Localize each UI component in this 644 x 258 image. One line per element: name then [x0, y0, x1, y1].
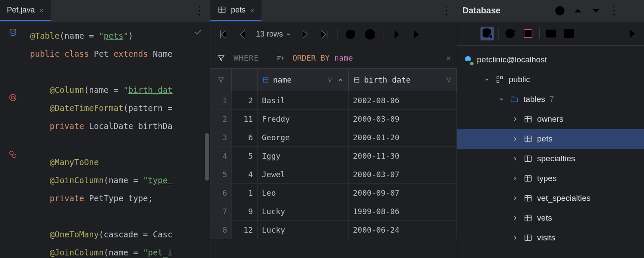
database-icon[interactable] — [8, 28, 18, 37]
tab-pets-data[interactable]: pets × — [210, 0, 261, 21]
cell-id[interactable]: 5 — [232, 147, 258, 165]
cell-birth-date[interactable]: 1999-08-06 — [349, 202, 457, 220]
datasource-props-icon[interactable] — [480, 27, 494, 40]
table-row[interactable]: 12Basil2002-08-06 — [210, 91, 457, 110]
svg-rect-29 — [525, 156, 532, 161]
clear-filter-icon[interactable]: × — [446, 53, 451, 62]
cell-id[interactable]: 4 — [232, 165, 258, 183]
target-icon[interactable] — [553, 4, 567, 18]
cell-id[interactable]: 2 — [232, 91, 258, 109]
data-nav-toolbar: 13 rows — [210, 22, 457, 47]
first-page-icon[interactable] — [216, 28, 230, 41]
cell-id[interactable]: 12 — [232, 221, 258, 239]
table-node-visits[interactable]: visits — [457, 228, 644, 248]
code-editor[interactable]: @Table(name = "pets") public class Pet e… — [0, 22, 210, 258]
collapse-down-icon[interactable] — [589, 4, 603, 18]
column-birth-date[interactable]: birth_date — [349, 69, 457, 91]
column-id[interactable] — [232, 69, 258, 91]
schema-node[interactable]: public — [457, 70, 644, 89]
expand-up-icon[interactable] — [571, 4, 585, 18]
scrollbar-thumb[interactable] — [205, 133, 209, 181]
column-name[interactable]: name — [258, 69, 349, 91]
row-count[interactable]: 13 rows — [256, 30, 292, 39]
cell-id[interactable]: 1 — [232, 184, 258, 202]
schema-icon — [495, 75, 504, 84]
code-content[interactable]: @Table(name = "pets") public class Pet e… — [26, 22, 210, 258]
tab-pet-java[interactable]: Pet.java × — [0, 0, 51, 21]
cell-birth-date[interactable]: 2002-08-06 — [349, 91, 457, 109]
table-node-owners[interactable]: owners — [457, 109, 644, 129]
table-node-specialties[interactable]: specialties — [457, 149, 644, 169]
cell-name[interactable]: Lucky — [258, 202, 349, 220]
table-row[interactable]: 45Iggy2000-11-30 — [210, 147, 457, 165]
cell-birth-date[interactable]: 2000-01-20 — [349, 128, 457, 146]
link-icon[interactable] — [8, 150, 18, 159]
tab-label: pets — [231, 6, 246, 15]
sort-icon[interactable] — [275, 53, 285, 63]
cell-birth-date[interactable]: 2000-06-24 — [349, 221, 457, 239]
console-icon[interactable] — [544, 27, 558, 40]
last-page-icon[interactable] — [317, 28, 331, 41]
database-tree[interactable]: petclinic@localhost public tables 7 owne… — [457, 46, 644, 252]
more-right-icon[interactable] — [625, 27, 639, 40]
datasource-node[interactable]: petclinic@localhost — [457, 50, 644, 70]
orderby-clause[interactable]: ORDER BY name — [292, 53, 353, 62]
table-icon — [523, 154, 533, 163]
table-row[interactable]: 61Leo2000-09-07 — [210, 184, 457, 202]
next-page-icon[interactable] — [298, 28, 311, 41]
cell-id[interactable]: 6 — [232, 128, 258, 146]
cell-id[interactable]: 9 — [232, 202, 258, 220]
table-icon — [217, 5, 227, 15]
table-node-pets[interactable]: pets — [457, 129, 644, 149]
table-node-types[interactable]: types — [457, 169, 644, 188]
cell-name[interactable]: George — [258, 128, 349, 146]
table-row[interactable]: 211Freddy2000-03-09 — [210, 110, 457, 128]
table-node-vets[interactable]: vets — [457, 208, 644, 228]
at-icon[interactable] — [8, 93, 18, 102]
chevron-right-icon — [512, 136, 519, 142]
reload-icon[interactable] — [343, 28, 357, 41]
table-node-vet_specialties[interactable]: vet_specialties — [457, 188, 644, 208]
cell-name[interactable]: Lucky — [258, 221, 349, 239]
prev-page-icon[interactable] — [236, 28, 250, 41]
cell-name[interactable]: Jewel — [258, 165, 349, 183]
cell-name[interactable]: Freddy — [258, 110, 349, 128]
svg-point-11 — [446, 14, 447, 15]
table-row[interactable]: 79Lucky1999-08-06 — [210, 202, 457, 221]
cell-birth-date[interactable]: 2000-03-07 — [349, 165, 457, 183]
cell-rownum: 7 — [210, 202, 232, 220]
next-result-icon[interactable] — [389, 28, 403, 41]
add-icon[interactable] — [462, 27, 476, 40]
stop-icon[interactable] — [521, 27, 535, 40]
svg-rect-13 — [264, 77, 268, 83]
close-icon[interactable]: × — [39, 6, 44, 15]
history-icon[interactable] — [363, 28, 377, 41]
cell-birth-date[interactable]: 2000-03-09 — [349, 110, 457, 128]
table-row[interactable]: 54Jewel2000-03-07 — [210, 165, 457, 184]
more-icon[interactable] — [193, 4, 207, 18]
svg-rect-21 — [524, 29, 532, 37]
more-icon[interactable] — [440, 4, 453, 18]
minimize-icon[interactable] — [625, 4, 639, 18]
tables-node[interactable]: tables 7 — [457, 89, 644, 109]
cell-name[interactable]: Basil — [258, 91, 349, 109]
cell-name[interactable]: Leo — [258, 184, 349, 202]
more-icon[interactable] — [607, 4, 621, 18]
cell-birth-date[interactable]: 2000-11-30 — [349, 147, 457, 165]
cell-birth-date[interactable]: 2000-09-07 — [349, 184, 457, 202]
cell-name[interactable]: Iggy — [258, 147, 349, 165]
filter-icon[interactable] — [216, 53, 226, 63]
close-icon[interactable]: × — [250, 6, 255, 15]
cell-id[interactable]: 11 — [232, 110, 258, 128]
next-result2-icon[interactable] — [409, 28, 423, 41]
column-rownum[interactable] — [210, 69, 232, 91]
where-label[interactable]: WHERE — [234, 53, 259, 62]
table-row[interactable]: 36George2000-01-20 — [210, 128, 457, 147]
grid-body[interactable]: 12Basil2002-08-06211Freddy2000-03-0936Ge… — [210, 91, 457, 258]
svg-rect-24 — [497, 77, 499, 79]
refresh-icon[interactable] — [503, 27, 517, 40]
svg-point-4 — [10, 95, 16, 101]
table-row[interactable]: 812Lucky2000-06-24 — [210, 221, 457, 239]
folder-icon — [510, 95, 519, 104]
table-view-icon[interactable] — [562, 27, 576, 40]
